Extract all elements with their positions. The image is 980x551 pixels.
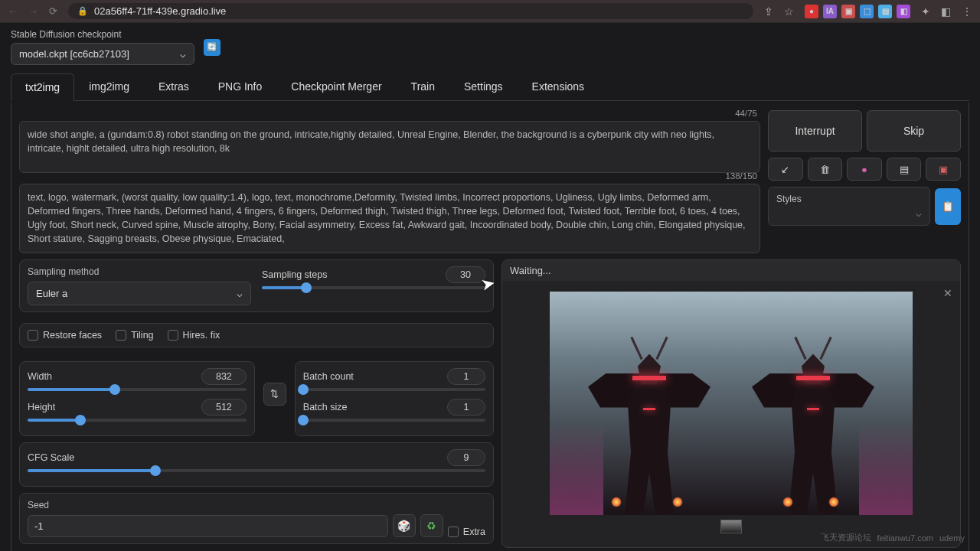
sampling-method-value: Euler a	[36, 288, 67, 299]
styles-select[interactable]: Styles ⌵	[768, 187, 930, 226]
tab-checkpoint-merger[interactable]: Checkpoint Merger	[276, 73, 396, 100]
height-slider[interactable]	[28, 419, 247, 422]
styles-label: Styles	[776, 194, 922, 204]
reload-button[interactable]: ⟳	[49, 5, 57, 17]
random-seed-button[interactable]: 🎲	[393, 514, 416, 537]
cfg-value[interactable]: 9	[447, 449, 485, 466]
seed-label: Seed	[28, 500, 388, 510]
card-button[interactable]: ▤	[887, 158, 922, 181]
ext-icon[interactable]: IA	[823, 5, 837, 18]
batch-count-value[interactable]: 1	[447, 368, 485, 385]
apply-style-button[interactable]: 📋	[935, 188, 961, 225]
tab-txt2img[interactable]: txt2img	[11, 73, 74, 101]
ext-icon[interactable]: ◧	[897, 5, 910, 18]
sampling-method-label: Sampling method	[28, 266, 251, 277]
url-text: 02a56ff4-71ff-439e.gradio.live	[94, 5, 226, 17]
width-label: Width	[28, 371, 52, 382]
tab-extras[interactable]: Extras	[144, 73, 204, 100]
height-label: Height	[28, 402, 55, 412]
watermark: 飞天资源论坛 feitianwu7.com udemy	[821, 532, 965, 543]
extensions-puzzle-icon[interactable]: ✦	[921, 5, 930, 18]
checkpoint-label: Stable Diffusion checkpoint	[11, 29, 194, 40]
width-value[interactable]: 832	[201, 368, 247, 385]
ext-icon[interactable]: ▤	[878, 5, 892, 18]
sampling-steps-value[interactable]: 30	[446, 266, 485, 283]
chevron-down-icon: ⌵	[237, 288, 243, 299]
height-value[interactable]: 512	[201, 399, 247, 416]
tiling-checkbox[interactable]: Tiling	[116, 330, 153, 341]
tab-extensions[interactable]: Extensions	[518, 73, 599, 100]
skip-button[interactable]: Skip	[867, 110, 961, 152]
thumbnail[interactable]	[720, 520, 742, 533]
preview-image[interactable]	[550, 292, 913, 515]
side-panel-icon[interactable]: ◧	[941, 5, 951, 18]
interrupt-button[interactable]: Interrupt	[768, 110, 862, 152]
refresh-checkpoint-button[interactable]: 🔄	[204, 39, 220, 56]
url-bar[interactable]: 🔒 02a56ff4-71ff-439e.gradio.live	[68, 3, 753, 19]
neg-prompt-counter: 138/150	[725, 171, 757, 181]
save-style-button[interactable]: ▣	[926, 158, 961, 181]
negative-prompt-input[interactable]: text, logo, watermark, (worst quality, l…	[19, 184, 760, 253]
restore-faces-checkbox[interactable]: Restore faces	[28, 330, 102, 341]
bookmark-icon[interactable]: ☆	[784, 5, 794, 18]
share-icon[interactable]: ⇪	[764, 5, 773, 18]
swap-dimensions-button[interactable]: ⇅	[263, 383, 286, 406]
chevron-down-icon: ⌵	[776, 207, 922, 219]
extension-icons: ● IA ▣ ⬚ ▤ ◧	[805, 5, 910, 18]
prompt-input[interactable]: wide shot angle, a (gundam:0.8) robot st…	[19, 121, 760, 173]
tab-pnginfo[interactable]: PNG Info	[204, 73, 277, 100]
tabs: txt2img img2img Extras PNG Info Checkpoi…	[11, 73, 969, 101]
batch-count-label: Batch count	[303, 371, 354, 382]
back-button[interactable]: ←	[8, 5, 18, 17]
close-preview-button[interactable]: ✕	[943, 287, 952, 299]
checkpoint-value: model.ckpt [cc6cb27103]	[19, 48, 129, 60]
ext-icon[interactable]: ▣	[841, 5, 855, 18]
cfg-slider[interactable]	[28, 469, 485, 472]
menu-icon[interactable]: ⋮	[962, 5, 972, 18]
prompt-counter: 44/75	[735, 109, 757, 118]
seed-input[interactable]: -1	[28, 515, 388, 537]
tab-img2img[interactable]: img2img	[74, 73, 144, 100]
batch-size-label: Batch size	[303, 402, 348, 412]
output-status: Waiting...	[502, 260, 960, 281]
hires-fix-checkbox[interactable]: Hires. fix	[168, 330, 220, 341]
output-preview: ✕	[502, 281, 960, 547]
checkpoint-select[interactable]: model.ckpt [cc6cb27103] ⌵	[11, 43, 194, 65]
sampling-steps-slider[interactable]	[262, 286, 485, 289]
tab-settings[interactable]: Settings	[449, 73, 518, 100]
paste-button[interactable]: ↙	[768, 158, 803, 181]
ext-icon[interactable]: ⬚	[860, 5, 874, 18]
batch-size-slider[interactable]	[303, 419, 485, 422]
chevron-down-icon: ⌵	[180, 48, 186, 60]
ext-icon[interactable]: ●	[805, 5, 818, 18]
extra-seed-checkbox[interactable]: Extra	[448, 527, 485, 537]
sampling-steps-label: Sampling steps	[262, 269, 327, 280]
reuse-seed-button[interactable]: ♻	[420, 514, 443, 537]
batch-count-slider[interactable]	[303, 388, 485, 391]
sampling-method-select[interactable]: Euler a ⌵	[28, 282, 251, 305]
tab-train[interactable]: Train	[397, 73, 449, 100]
forward-button[interactable]: →	[28, 5, 38, 17]
clear-button[interactable]: 🗑	[808, 158, 843, 181]
cfg-label: CFG Scale	[28, 452, 74, 463]
extra-networks-button[interactable]: ●	[847, 158, 882, 181]
lock-icon: 🔒	[77, 6, 88, 16]
batch-size-value[interactable]: 1	[447, 399, 485, 416]
checkpoint-row: Stable Diffusion checkpoint model.ckpt […	[11, 29, 969, 65]
browser-toolbar: ← → ⟳ 🔒 02a56ff4-71ff-439e.gradio.live ⇪…	[0, 0, 980, 23]
width-slider[interactable]	[28, 388, 247, 391]
